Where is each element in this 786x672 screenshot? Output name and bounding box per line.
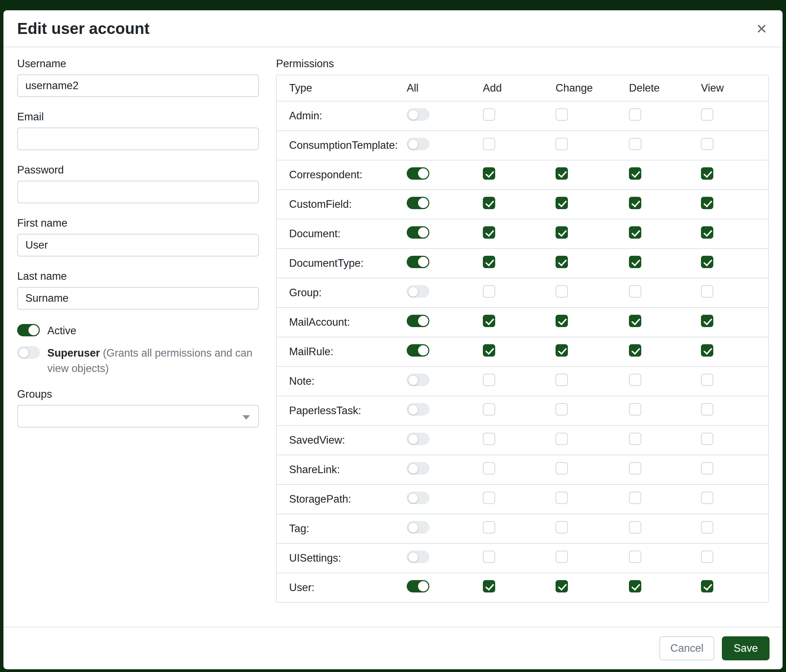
perm-view-checkbox[interactable] [701, 167, 713, 180]
perm-change-checkbox[interactable] [556, 197, 568, 209]
perm-add-checkbox[interactable] [483, 256, 495, 268]
perm-add-checkbox[interactable] [483, 226, 495, 239]
perm-view-checkbox[interactable] [701, 315, 713, 327]
perm-change-checkbox[interactable] [556, 108, 568, 121]
perm-change-checkbox[interactable] [556, 167, 568, 180]
perm-add-checkbox[interactable] [483, 580, 495, 592]
perm-delete-checkbox[interactable] [629, 285, 641, 298]
perm-add-checkbox[interactable] [483, 167, 495, 180]
cancel-button[interactable]: Cancel [659, 636, 715, 660]
perm-add-checkbox[interactable] [483, 108, 495, 121]
email-field[interactable] [17, 127, 259, 150]
perm-add-checkbox[interactable] [483, 315, 495, 327]
perm-change-checkbox[interactable] [556, 285, 568, 298]
active-toggle[interactable] [17, 324, 40, 336]
perm-delete-checkbox[interactable] [629, 462, 641, 474]
perm-change-checkbox[interactable] [556, 551, 568, 563]
perm-all-toggle[interactable] [407, 167, 429, 180]
perm-change-checkbox[interactable] [556, 462, 568, 474]
save-button[interactable]: Save [722, 636, 770, 660]
perm-all-toggle[interactable] [407, 285, 429, 298]
perm-all-toggle[interactable] [407, 491, 429, 504]
perm-all-toggle[interactable] [407, 521, 429, 534]
perm-all-toggle[interactable] [407, 138, 429, 150]
perm-delete-checkbox[interactable] [629, 491, 641, 504]
last-name-field[interactable] [17, 287, 259, 309]
perm-view-checkbox[interactable] [701, 551, 713, 563]
perm-change-checkbox[interactable] [556, 344, 568, 356]
perm-add-checkbox[interactable] [483, 491, 495, 504]
perm-all-toggle[interactable] [407, 580, 429, 592]
first-name-field[interactable] [17, 234, 259, 256]
perm-change-checkbox[interactable] [556, 226, 568, 239]
groups-select-input[interactable] [17, 405, 259, 427]
perm-add-checkbox[interactable] [483, 138, 495, 150]
perm-delete-checkbox[interactable] [629, 403, 641, 416]
perm-delete-checkbox[interactable] [629, 374, 641, 386]
groups-select[interactable] [17, 405, 259, 427]
close-button[interactable]: × [755, 20, 769, 38]
perm-add-checkbox[interactable] [483, 433, 495, 445]
perm-delete-checkbox[interactable] [629, 108, 641, 121]
perm-view-checkbox[interactable] [701, 521, 713, 534]
perm-change-checkbox[interactable] [556, 580, 568, 592]
perm-delete-checkbox[interactable] [629, 226, 641, 239]
last-name-label: Last name [17, 270, 259, 283]
perm-change-checkbox[interactable] [556, 315, 568, 327]
perm-view-checkbox[interactable] [701, 433, 713, 445]
perm-view-checkbox[interactable] [701, 256, 713, 268]
perm-delete-checkbox[interactable] [629, 315, 641, 327]
perm-view-checkbox[interactable] [701, 197, 713, 209]
perm-delete-checkbox[interactable] [629, 197, 641, 209]
perm-change-checkbox[interactable] [556, 256, 568, 268]
perm-view-checkbox[interactable] [701, 462, 713, 474]
perm-view-checkbox[interactable] [701, 108, 713, 121]
active-label: Active [47, 323, 76, 339]
perm-view-checkbox[interactable] [701, 374, 713, 386]
perm-view-checkbox[interactable] [701, 344, 713, 356]
perm-all-toggle[interactable] [407, 462, 429, 474]
password-field[interactable] [17, 181, 259, 203]
perm-add-checkbox[interactable] [483, 403, 495, 416]
perm-delete-checkbox[interactable] [629, 138, 641, 150]
perm-all-toggle[interactable] [407, 108, 429, 121]
perm-add-checkbox[interactable] [483, 344, 495, 356]
perm-all-toggle[interactable] [407, 344, 429, 356]
perm-delete-checkbox[interactable] [629, 256, 641, 268]
perm-all-toggle[interactable] [407, 256, 429, 268]
perm-add-checkbox[interactable] [483, 521, 495, 534]
perm-change-checkbox[interactable] [556, 491, 568, 504]
perm-add-checkbox[interactable] [483, 197, 495, 209]
perm-view-checkbox[interactable] [701, 403, 713, 416]
perm-all-toggle[interactable] [407, 374, 429, 386]
perm-view-checkbox[interactable] [701, 491, 713, 504]
perm-delete-checkbox[interactable] [629, 167, 641, 180]
perm-delete-checkbox[interactable] [629, 551, 641, 563]
perm-add-checkbox[interactable] [483, 285, 495, 298]
perm-all-toggle[interactable] [407, 551, 429, 563]
perm-change-checkbox[interactable] [556, 374, 568, 386]
perm-all-toggle[interactable] [407, 315, 429, 327]
perm-delete-checkbox[interactable] [629, 344, 641, 356]
perm-delete-checkbox[interactable] [629, 433, 641, 445]
perm-view-checkbox[interactable] [701, 226, 713, 239]
superuser-toggle[interactable] [17, 346, 40, 359]
username-field[interactable] [17, 74, 259, 97]
perm-view-checkbox[interactable] [701, 285, 713, 298]
perm-view-checkbox[interactable] [701, 138, 713, 150]
perm-add-checkbox[interactable] [483, 551, 495, 563]
perm-add-checkbox[interactable] [483, 374, 495, 386]
perm-all-toggle[interactable] [407, 403, 429, 416]
perm-all-toggle[interactable] [407, 226, 429, 239]
perm-change-checkbox[interactable] [556, 433, 568, 445]
perm-delete-checkbox[interactable] [629, 580, 641, 592]
perm-change-checkbox[interactable] [556, 138, 568, 150]
perm-all-toggle[interactable] [407, 433, 429, 445]
perm-add-checkbox[interactable] [483, 462, 495, 474]
perm-all-toggle[interactable] [407, 197, 429, 209]
perm-delete-checkbox[interactable] [629, 521, 641, 534]
perm-view-checkbox[interactable] [701, 580, 713, 592]
perm-change-checkbox[interactable] [556, 403, 568, 416]
toggle-knob [408, 493, 418, 503]
perm-change-checkbox[interactable] [556, 521, 568, 534]
